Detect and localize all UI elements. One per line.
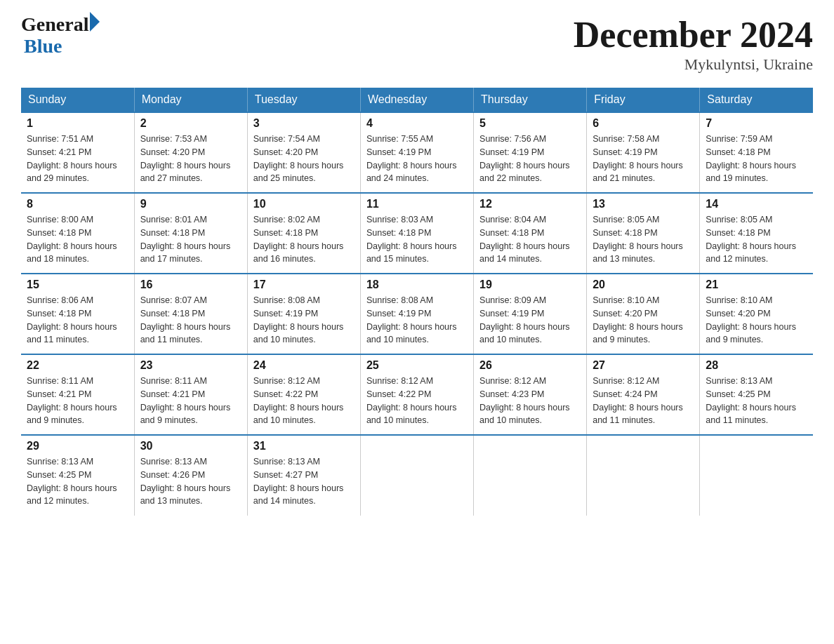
day-info: Sunrise: 8:10 AMSunset: 4:20 PMDaylight:… xyxy=(593,294,694,347)
day-number: 6 xyxy=(593,117,694,130)
calendar-cell: 12Sunrise: 8:04 AMSunset: 4:18 PMDayligh… xyxy=(474,193,587,274)
day-info: Sunrise: 7:54 AMSunset: 4:20 PMDaylight:… xyxy=(253,133,355,185)
logo-general: General xyxy=(21,14,88,36)
day-number: 25 xyxy=(366,359,468,372)
day-info: Sunrise: 8:05 AMSunset: 4:18 PMDaylight:… xyxy=(706,213,807,266)
page-header: General Blue December 2024 Mykulyntsi, U… xyxy=(21,14,813,74)
col-saturday: Saturday xyxy=(700,88,813,112)
calendar-cell: 26Sunrise: 8:12 AMSunset: 4:23 PMDayligh… xyxy=(474,354,587,435)
day-number: 5 xyxy=(479,117,581,130)
calendar-cell: 8Sunrise: 8:00 AMSunset: 4:18 PMDaylight… xyxy=(21,193,134,274)
calendar-cell: 3Sunrise: 7:54 AMSunset: 4:20 PMDaylight… xyxy=(247,112,360,193)
calendar-cell: 21Sunrise: 8:10 AMSunset: 4:20 PMDayligh… xyxy=(700,274,813,354)
day-number: 21 xyxy=(706,279,807,291)
calendar-header: Sunday Monday Tuesday Wednesday Thursday… xyxy=(21,88,813,112)
day-info: Sunrise: 8:12 AMSunset: 4:24 PMDaylight:… xyxy=(593,375,694,427)
calendar-cell: 5Sunrise: 7:56 AMSunset: 4:19 PMDaylight… xyxy=(474,112,587,193)
day-number: 7 xyxy=(706,117,807,130)
day-number: 1 xyxy=(27,117,128,130)
calendar-cell: 16Sunrise: 8:07 AMSunset: 4:18 PMDayligh… xyxy=(134,274,247,354)
title-section: December 2024 Mykulyntsi, Ukraine xyxy=(574,14,813,74)
week-row-1: 1Sunrise: 7:51 AMSunset: 4:21 PMDaylight… xyxy=(21,112,813,193)
calendar-cell: 30Sunrise: 8:13 AMSunset: 4:26 PMDayligh… xyxy=(134,435,247,516)
day-number: 29 xyxy=(27,440,128,452)
calendar-cell xyxy=(587,435,700,516)
day-info: Sunrise: 8:13 AMSunset: 4:25 PMDaylight:… xyxy=(706,375,807,427)
day-number: 11 xyxy=(366,198,468,210)
calendar-cell: 9Sunrise: 8:01 AMSunset: 4:18 PMDaylight… xyxy=(134,193,247,274)
day-number: 8 xyxy=(27,198,128,210)
day-number: 14 xyxy=(706,198,807,210)
day-info: Sunrise: 8:10 AMSunset: 4:20 PMDaylight:… xyxy=(706,294,807,347)
col-monday: Monday xyxy=(134,88,247,112)
calendar-cell: 20Sunrise: 8:10 AMSunset: 4:20 PMDayligh… xyxy=(587,274,700,354)
calendar-cell: 29Sunrise: 8:13 AMSunset: 4:25 PMDayligh… xyxy=(21,435,134,516)
day-number: 3 xyxy=(253,117,355,130)
day-number: 18 xyxy=(366,279,468,291)
day-number: 4 xyxy=(366,117,468,130)
col-thursday: Thursday xyxy=(474,88,587,112)
day-info: Sunrise: 7:58 AMSunset: 4:19 PMDaylight:… xyxy=(593,133,694,185)
day-info: Sunrise: 7:56 AMSunset: 4:19 PMDaylight:… xyxy=(479,133,581,185)
day-info: Sunrise: 8:13 AMSunset: 4:25 PMDaylight:… xyxy=(27,455,128,508)
day-number: 13 xyxy=(593,198,694,210)
col-sunday: Sunday xyxy=(21,88,134,112)
day-info: Sunrise: 8:07 AMSunset: 4:18 PMDaylight:… xyxy=(140,294,241,347)
calendar-cell: 28Sunrise: 8:13 AMSunset: 4:25 PMDayligh… xyxy=(700,354,813,435)
day-number: 2 xyxy=(140,117,241,130)
day-info: Sunrise: 7:59 AMSunset: 4:18 PMDaylight:… xyxy=(706,133,807,185)
calendar-table: Sunday Monday Tuesday Wednesday Thursday… xyxy=(21,88,813,516)
calendar-cell: 23Sunrise: 8:11 AMSunset: 4:21 PMDayligh… xyxy=(134,354,247,435)
week-row-3: 15Sunrise: 8:06 AMSunset: 4:18 PMDayligh… xyxy=(21,274,813,354)
day-number: 24 xyxy=(253,359,355,372)
day-number: 20 xyxy=(593,279,694,291)
day-info: Sunrise: 8:13 AMSunset: 4:26 PMDaylight:… xyxy=(140,455,241,508)
day-info: Sunrise: 8:05 AMSunset: 4:18 PMDaylight:… xyxy=(593,213,694,266)
day-info: Sunrise: 8:00 AMSunset: 4:18 PMDaylight:… xyxy=(27,213,128,266)
calendar-cell: 10Sunrise: 8:02 AMSunset: 4:18 PMDayligh… xyxy=(247,193,360,274)
logo-blue: Blue xyxy=(24,36,100,58)
day-number: 23 xyxy=(140,359,241,372)
calendar-cell: 27Sunrise: 8:12 AMSunset: 4:24 PMDayligh… xyxy=(587,354,700,435)
day-info: Sunrise: 8:08 AMSunset: 4:19 PMDaylight:… xyxy=(253,294,355,347)
col-wednesday: Wednesday xyxy=(360,88,473,112)
calendar-cell: 1Sunrise: 7:51 AMSunset: 4:21 PMDaylight… xyxy=(21,112,134,193)
calendar-cell: 13Sunrise: 8:05 AMSunset: 4:18 PMDayligh… xyxy=(587,193,700,274)
days-of-week-row: Sunday Monday Tuesday Wednesday Thursday… xyxy=(21,88,813,112)
calendar-cell: 31Sunrise: 8:13 AMSunset: 4:27 PMDayligh… xyxy=(247,435,360,516)
day-number: 16 xyxy=(140,279,241,291)
day-info: Sunrise: 8:04 AMSunset: 4:18 PMDaylight:… xyxy=(479,213,581,266)
calendar-cell: 4Sunrise: 7:55 AMSunset: 4:19 PMDaylight… xyxy=(360,112,473,193)
day-number: 31 xyxy=(253,440,355,452)
day-info: Sunrise: 8:11 AMSunset: 4:21 PMDaylight:… xyxy=(27,375,128,427)
calendar-cell: 6Sunrise: 7:58 AMSunset: 4:19 PMDaylight… xyxy=(587,112,700,193)
day-info: Sunrise: 8:11 AMSunset: 4:21 PMDaylight:… xyxy=(140,375,241,427)
calendar-cell: 11Sunrise: 8:03 AMSunset: 4:18 PMDayligh… xyxy=(360,193,473,274)
calendar-cell: 2Sunrise: 7:53 AMSunset: 4:20 PMDaylight… xyxy=(134,112,247,193)
day-info: Sunrise: 8:01 AMSunset: 4:18 PMDaylight:… xyxy=(140,213,241,266)
day-number: 17 xyxy=(253,279,355,291)
day-info: Sunrise: 8:02 AMSunset: 4:18 PMDaylight:… xyxy=(253,213,355,266)
calendar-cell: 14Sunrise: 8:05 AMSunset: 4:18 PMDayligh… xyxy=(700,193,813,274)
day-info: Sunrise: 8:08 AMSunset: 4:19 PMDaylight:… xyxy=(366,294,468,347)
day-info: Sunrise: 8:03 AMSunset: 4:18 PMDaylight:… xyxy=(366,213,468,266)
day-info: Sunrise: 8:12 AMSunset: 4:23 PMDaylight:… xyxy=(479,375,581,427)
calendar-cell: 22Sunrise: 8:11 AMSunset: 4:21 PMDayligh… xyxy=(21,354,134,435)
day-info: Sunrise: 8:09 AMSunset: 4:19 PMDaylight:… xyxy=(479,294,581,347)
day-number: 12 xyxy=(479,198,581,210)
calendar-body: 1Sunrise: 7:51 AMSunset: 4:21 PMDaylight… xyxy=(21,112,813,516)
day-number: 15 xyxy=(27,279,128,291)
calendar-cell: 15Sunrise: 8:06 AMSunset: 4:18 PMDayligh… xyxy=(21,274,134,354)
day-number: 9 xyxy=(140,198,241,210)
day-info: Sunrise: 8:06 AMSunset: 4:18 PMDaylight:… xyxy=(27,294,128,347)
logo: General Blue xyxy=(21,14,100,58)
calendar-cell: 18Sunrise: 8:08 AMSunset: 4:19 PMDayligh… xyxy=(360,274,473,354)
calendar-cell xyxy=(474,435,587,516)
month-title: December 2024 xyxy=(574,14,813,55)
day-info: Sunrise: 8:12 AMSunset: 4:22 PMDaylight:… xyxy=(366,375,468,427)
calendar-cell xyxy=(700,435,813,516)
week-row-5: 29Sunrise: 8:13 AMSunset: 4:25 PMDayligh… xyxy=(21,435,813,516)
calendar-cell: 24Sunrise: 8:12 AMSunset: 4:22 PMDayligh… xyxy=(247,354,360,435)
day-number: 26 xyxy=(479,359,581,372)
day-number: 10 xyxy=(253,198,355,210)
